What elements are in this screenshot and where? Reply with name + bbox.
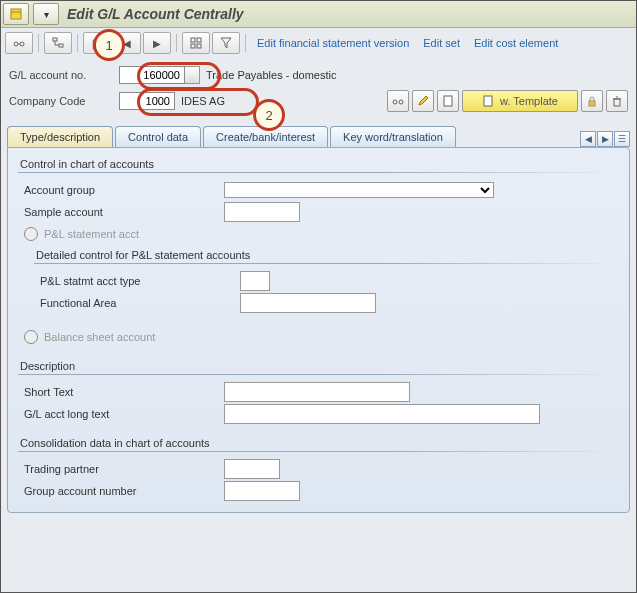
link-cost-element[interactable]: Edit cost element xyxy=(474,37,558,49)
tab-scroll-left[interactable]: ◀ xyxy=(580,131,596,147)
pl-radio[interactable] xyxy=(24,227,38,241)
sample-account-input[interactable] xyxy=(224,202,300,222)
tab-scroll: ◀ ▶ ☰ xyxy=(580,131,630,147)
tab-type-description[interactable]: Type/description xyxy=(7,126,113,147)
group-consolidation: Consolidation data in chart of accounts … xyxy=(18,437,619,502)
svg-rect-11 xyxy=(191,44,195,48)
tab-control-data[interactable]: Control data xyxy=(115,126,201,147)
check-btn[interactable] xyxy=(387,90,409,112)
dropdown-btn[interactable]: ▾ xyxy=(33,3,59,25)
gl-account-label: G/L account no. xyxy=(9,69,119,81)
title-bar: ▾ Edit G/L Account Centrally xyxy=(1,1,636,28)
account-group-select[interactable] xyxy=(224,182,494,198)
gl-account-desc: Trade Payables - domestic xyxy=(206,69,336,81)
filter-btn[interactable] xyxy=(212,32,240,54)
svg-rect-18 xyxy=(614,99,620,106)
menu-btn[interactable] xyxy=(3,3,29,25)
trading-partner-label: Trading partner xyxy=(18,463,224,475)
page2-icon xyxy=(482,95,494,107)
tabstrip: Type/description Control data Create/ban… xyxy=(1,126,636,147)
lock-btn[interactable] xyxy=(581,90,603,112)
long-text-input[interactable] xyxy=(224,404,540,424)
svg-rect-9 xyxy=(191,38,195,42)
short-text-label: Short Text xyxy=(18,386,224,398)
svg-rect-12 xyxy=(197,44,201,48)
func-area-label: Functional Area xyxy=(34,297,240,309)
svg-rect-6 xyxy=(59,44,63,47)
page-icon xyxy=(442,95,454,107)
svg-rect-0 xyxy=(11,9,21,19)
overview-btn[interactable] xyxy=(182,32,210,54)
glasses-icon xyxy=(13,37,25,49)
tab-list[interactable]: ☰ xyxy=(614,131,630,147)
long-text-label: G/L acct long text xyxy=(18,408,224,420)
delete-btn[interactable] xyxy=(606,90,628,112)
svg-point-2 xyxy=(14,42,18,46)
tab-scroll-right[interactable]: ▶ xyxy=(597,131,613,147)
account-group-label: Account group xyxy=(18,184,224,196)
svg-rect-16 xyxy=(484,96,492,106)
group-account-label: Group account number xyxy=(18,485,224,497)
sheet-icon xyxy=(10,8,22,20)
header-area: G/L account no. Trade Payables - domesti… xyxy=(1,58,636,122)
link-fsv[interactable]: Edit financial statement version xyxy=(257,37,409,49)
pl-radio-label: P&L statement acct xyxy=(44,228,139,240)
group-account-input[interactable] xyxy=(224,481,300,501)
pl-type-input[interactable] xyxy=(240,271,270,291)
template-btn[interactable]: w. Template xyxy=(462,90,578,112)
link-edit-set[interactable]: Edit set xyxy=(423,37,460,49)
svg-rect-15 xyxy=(444,96,452,106)
svg-rect-5 xyxy=(53,38,57,41)
edit-btn[interactable] xyxy=(412,90,434,112)
grid-icon xyxy=(190,37,202,49)
tab-panel: Control in chart of accounts Account gro… xyxy=(7,147,630,513)
detailed-title: Detailed control for P&L statement accou… xyxy=(36,249,619,261)
group-desc-title: Description xyxy=(20,360,619,372)
highlight-gl xyxy=(137,62,221,90)
pl-type-label: P&L statmt acct type xyxy=(34,275,240,287)
new-btn[interactable] xyxy=(437,90,459,112)
group-consol-title: Consolidation data in chart of accounts xyxy=(20,437,619,449)
lock-icon xyxy=(586,95,598,107)
sample-account-label: Sample account xyxy=(18,206,224,218)
svg-rect-10 xyxy=(197,38,201,42)
svg-point-3 xyxy=(20,42,24,46)
trash-icon xyxy=(611,95,623,107)
pencil-icon xyxy=(417,95,429,107)
glasses2-icon xyxy=(392,95,404,107)
funnel-icon xyxy=(220,37,232,49)
bs-radio-label: Balance sheet account xyxy=(44,331,155,343)
company-code-label: Company Code xyxy=(9,95,119,107)
bs-radio[interactable] xyxy=(24,330,38,344)
trading-partner-input[interactable] xyxy=(224,459,280,479)
other-btn[interactable] xyxy=(44,32,72,54)
group-control-title: Control in chart of accounts xyxy=(20,158,619,170)
group-control-coa: Control in chart of accounts Account gro… xyxy=(18,158,619,348)
header-actions: w. Template xyxy=(387,90,628,112)
svg-rect-17 xyxy=(589,101,595,106)
svg-point-14 xyxy=(399,100,403,104)
annotation-callout-1: 1 xyxy=(93,29,125,61)
tab-keyword-translation[interactable]: Key word/translation xyxy=(330,126,456,147)
highlight-cc xyxy=(137,88,259,116)
display-btn[interactable] xyxy=(5,32,33,54)
tree-icon xyxy=(52,37,64,49)
func-area-input[interactable] xyxy=(240,293,376,313)
template-label: w. Template xyxy=(500,95,558,107)
subgroup-detailed: Detailed control for P&L statement accou… xyxy=(34,249,619,314)
short-text-input[interactable] xyxy=(224,382,410,402)
group-description: Description Short Text G/L acct long tex… xyxy=(18,360,619,425)
page-title: Edit G/L Account Centrally xyxy=(67,6,244,22)
next-btn[interactable]: ▶ xyxy=(143,32,171,54)
svg-point-13 xyxy=(393,100,397,104)
